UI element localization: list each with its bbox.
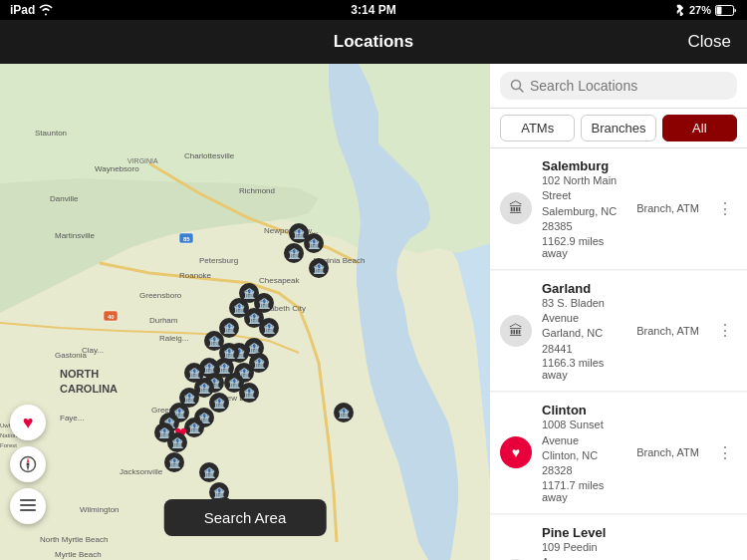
close-button[interactable]: Close	[688, 32, 731, 52]
search-box	[490, 64, 747, 109]
filter-branches[interactable]: Branches	[581, 115, 655, 141]
location-info: Salemburg102 North Main StreetSalemburg,…	[542, 158, 626, 259]
svg-text:Waynebsoro: Waynebsoro	[95, 164, 139, 173]
map-pin[interactable]: 🏦	[209, 393, 229, 413]
nav-bar: Locations Close	[0, 20, 747, 64]
main-content: Waynebsoro Staunton Charlottesville Rich…	[0, 64, 747, 560]
map-pin[interactable]: 🏦	[284, 243, 304, 263]
search-input[interactable]	[530, 78, 727, 94]
wifi-icon	[39, 4, 53, 16]
search-area-button[interactable]: Search Area	[164, 499, 327, 536]
list-map-button[interactable]	[10, 488, 46, 524]
list-item[interactable]: ♥Clinton1008 Sunset AvenueClinton, NC 28…	[490, 393, 747, 514]
svg-text:Chesapeak: Chesapeak	[259, 276, 300, 285]
svg-rect-43	[20, 504, 36, 506]
svg-marker-40	[27, 465, 30, 471]
location-address: 83 S. Bladen AvenueGarland, NC 28441	[542, 296, 626, 358]
location-bank-icon: 🏛	[500, 315, 532, 347]
svg-text:Martinsville: Martinsville	[55, 231, 96, 240]
map-pin[interactable]: 🏦	[304, 233, 324, 253]
location-address: 102 North Main StreetSalemburg, NC 28385	[542, 173, 626, 235]
location-type: Branch, ATM	[636, 446, 699, 458]
svg-rect-44	[20, 509, 36, 511]
svg-text:Staunton: Staunton	[35, 129, 67, 138]
svg-text:Roanoke: Roanoke	[179, 271, 212, 280]
carrier-label: iPad	[10, 3, 35, 17]
svg-text:Danville: Danville	[50, 194, 79, 203]
map-area[interactable]: Waynebsoro Staunton Charlottesville Rich…	[0, 64, 490, 560]
map-pin[interactable]: 🏦	[167, 432, 187, 452]
svg-text:Durham: Durham	[149, 316, 178, 325]
svg-text:Charlottesville: Charlottesville	[184, 151, 235, 160]
svg-text:Gastonia: Gastonia	[55, 351, 88, 360]
location-more-button[interactable]: ⋮	[713, 441, 737, 464]
list-item[interactable]: 🏛Salemburg102 North Main StreetSalemburg…	[490, 148, 747, 270]
svg-rect-1	[717, 6, 722, 14]
svg-text:85: 85	[183, 236, 190, 242]
location-name: Salemburg	[542, 158, 626, 173]
location-favorite-icon: ♥	[500, 436, 532, 468]
svg-text:40: 40	[108, 314, 115, 320]
location-bank-icon: 🏛	[500, 192, 532, 224]
location-more-button[interactable]: ⋮	[713, 197, 737, 220]
right-panel: ATMs Branches All 🏛Salemburg102 North Ma…	[490, 64, 747, 560]
status-bar: iPad 3:14 PM 27%	[0, 0, 747, 20]
location-info: Clinton1008 Sunset AvenueClinton, NC 283…	[542, 403, 626, 503]
list-icon	[20, 499, 36, 513]
map-pin[interactable]: 🏦	[164, 452, 184, 472]
locations-list: 🏛Salemburg102 North Main StreetSalemburg…	[490, 148, 747, 560]
location-address: 109 Peedin AvenuePine Level, NC 27568	[542, 540, 626, 560]
location-distance: 1171.7 miles away	[542, 479, 626, 503]
battery-icon	[715, 5, 737, 16]
svg-text:North Myrtle Beach: North Myrtle Beach	[40, 535, 108, 544]
svg-text:Wilmington: Wilmington	[80, 505, 120, 514]
location-distance: 1162.9 miles away	[542, 235, 626, 259]
svg-text:Greensboro: Greensboro	[139, 291, 182, 300]
location-info: Pine Level109 Peedin AvenuePine Level, N…	[542, 525, 626, 560]
location-map-button[interactable]	[10, 446, 46, 482]
map-pin[interactable]: 🏦	[259, 318, 279, 338]
location-distance: 1166.3 miles away	[542, 357, 626, 381]
svg-text:Faye...: Faye...	[60, 414, 84, 422]
svg-rect-42	[20, 499, 36, 501]
svg-text:Jacksonville: Jacksonville	[120, 467, 163, 476]
filter-all[interactable]: All	[662, 115, 737, 141]
svg-text:Petersburg: Petersburg	[199, 256, 238, 265]
location-info: Garland83 S. Bladen AvenueGarland, NC 28…	[542, 281, 626, 382]
map-pin[interactable]: 🏦	[199, 462, 219, 482]
svg-line-46	[520, 89, 524, 93]
location-more-button[interactable]: ⋮	[713, 319, 737, 342]
list-item[interactable]: 🏛Garland83 S. Bladen AvenueGarland, NC 2…	[490, 271, 747, 393]
list-item[interactable]: 🏛Pine Level109 Peedin AvenuePine Level, …	[490, 515, 747, 560]
map-pin[interactable]: 🏦	[309, 258, 329, 278]
search-icon	[510, 79, 524, 93]
map-pin[interactable]: 🏦	[239, 383, 259, 403]
map-pin[interactable]: 🏦	[334, 403, 354, 422]
svg-text:CAROLINA: CAROLINA	[60, 383, 118, 395]
svg-text:VIRGINIA: VIRGINIA	[127, 157, 158, 164]
compass-icon	[19, 455, 37, 473]
location-type: Branch, ATM	[636, 202, 699, 214]
bluetooth-icon	[675, 4, 685, 16]
status-time: 3:14 PM	[351, 3, 395, 17]
search-input-wrapper	[500, 72, 737, 100]
svg-text:Myrtle Beach: Myrtle Beach	[55, 550, 102, 559]
location-name: Garland	[542, 281, 626, 296]
battery-label: 27%	[689, 4, 711, 16]
favorite-map-button[interactable]: ♥	[10, 405, 46, 440]
location-name: Clinton	[542, 403, 626, 418]
svg-marker-39	[27, 457, 30, 463]
svg-text:Raleig...: Raleig...	[159, 334, 188, 343]
svg-point-41	[27, 463, 30, 466]
location-name: Pine Level	[542, 525, 626, 540]
filter-atms[interactable]: ATMs	[500, 115, 575, 141]
svg-text:Richmond: Richmond	[239, 186, 275, 195]
location-type: Branch, ATM	[636, 325, 699, 337]
svg-text:Forest: Forest	[0, 442, 17, 448]
svg-text:NORTH: NORTH	[60, 368, 99, 380]
filter-tabs: ATMs Branches All	[490, 109, 747, 148]
nav-title: Locations	[334, 32, 413, 52]
location-address: 1008 Sunset AvenueClinton, NC 28328	[542, 418, 626, 479]
